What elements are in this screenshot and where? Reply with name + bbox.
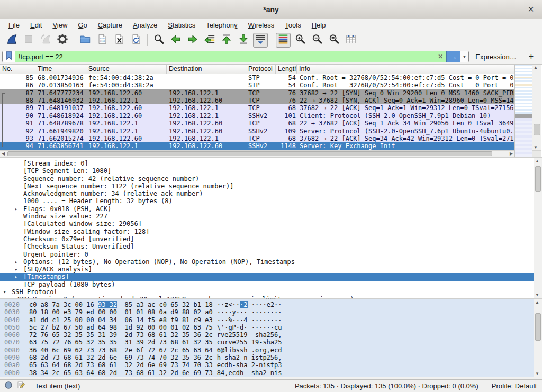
detail-line[interactable]: [Checksum Status: Unverified] bbox=[0, 243, 534, 250]
titlebar[interactable]: *any × bbox=[0, 0, 542, 19]
packet-row-94[interactable]: 9471.663856741192.168.122.1192.168.122.6… bbox=[0, 142, 514, 150]
packet-row-89[interactable]: 8971.648191037192.168.122.60192.168.122.… bbox=[0, 104, 514, 112]
column-header-source[interactable]: Source bbox=[86, 65, 167, 74]
column-header-time[interactable]: Time bbox=[35, 65, 86, 74]
menu-file[interactable]: File bbox=[3, 20, 25, 30]
filter-bookmark-button[interactable] bbox=[3, 51, 15, 62]
detail-line[interactable]: ▸Flags: 0x018 (PSH, ACK) bbox=[0, 205, 534, 213]
go-first-button[interactable] bbox=[219, 33, 234, 48]
bytes-vscroll-track[interactable] bbox=[534, 305, 542, 371]
menu-edit[interactable]: Edit bbox=[25, 20, 47, 30]
scroll-down-icon[interactable]: ▼ bbox=[534, 292, 540, 298]
add-filter-button[interactable]: + bbox=[522, 52, 539, 61]
details-vscroll-track[interactable] bbox=[534, 164, 542, 292]
pane-splitter-top[interactable] bbox=[0, 157, 542, 158]
packet-minimap-scrollbar[interactable] bbox=[514, 65, 532, 157]
hex-bytes[interactable]: 63 75 72 76 65 32 35 35 31 39 2d 73 68 6… bbox=[29, 339, 213, 346]
hex-row-0050[interactable]: 00505c 27 b2 67 50 ad 64 98 1d 92 00 00 … bbox=[0, 324, 534, 331]
resize-columns-button[interactable] bbox=[344, 33, 358, 48]
scroll-left-icon[interactable]: ◀ bbox=[0, 151, 6, 157]
hex-bytes[interactable]: 5c 27 b2 67 50 ad 64 98 1d 92 00 00 01 0… bbox=[29, 324, 213, 331]
column-header-info[interactable]: Info bbox=[297, 65, 514, 74]
detail-line[interactable]: ▸[Timestamps] bbox=[0, 273, 534, 280]
scroll-down-icon[interactable]: ▼ bbox=[532, 144, 539, 150]
collapsed-arrow-icon[interactable]: ▸ bbox=[15, 205, 23, 213]
packet-row-93[interactable]: 9371.662015274192.168.122.60192.168.122.… bbox=[0, 135, 514, 142]
column-header-protocol[interactable]: Protocol bbox=[246, 65, 276, 74]
scroll-up-icon[interactable]: ▲ bbox=[532, 65, 539, 70]
detail-line[interactable]: [Calculated window size: 29056] bbox=[0, 220, 534, 227]
zoom-out-button[interactable] bbox=[310, 33, 324, 48]
hex-row-00a0[interactable]: 00a065 63 64 68 2d 73 68 61 32 2d 6e 69 … bbox=[0, 361, 534, 369]
packet-row-90[interactable]: 9071.648618924192.168.122.60192.168.122.… bbox=[0, 112, 514, 120]
hex-row-0030[interactable]: 003080 18 00 e3 79 ed 00 00 01 01 08 0a … bbox=[0, 308, 534, 316]
filter-history-dropdown[interactable]: ▼ bbox=[460, 51, 468, 62]
column-header-length[interactable]: Length bbox=[276, 65, 297, 74]
menu-analyze[interactable]: Analyze bbox=[128, 20, 162, 30]
expert-info-button[interactable] bbox=[4, 381, 13, 391]
hex-row-0080[interactable]: 008036 40 6c 69 62 73 73 68 2e 6f 72 67 … bbox=[0, 347, 534, 354]
hex-bytes[interactable]: a1 dd c1 25 00 00 04 34 06 14 f5 e8 f9 8… bbox=[29, 316, 213, 324]
hex-bytes[interactable]: 65 63 64 68 2d 73 68 61 32 2d 6e 69 73 7… bbox=[29, 361, 213, 369]
reload-file-button[interactable] bbox=[129, 33, 143, 48]
detail-line[interactable]: [TCP Segment Len: 1080] bbox=[0, 167, 534, 175]
packet-row-91[interactable]: 9171.648789678192.168.122.1192.168.122.6… bbox=[0, 120, 514, 127]
packet-row-87[interactable]: 8771.647777234192.168.122.60192.168.122.… bbox=[0, 89, 514, 97]
filter-input[interactable]: !tcp.port == 22 bbox=[15, 51, 435, 62]
hex-row-0060[interactable]: 006072 76 65 32 35 35 31 39 2d 73 68 61 … bbox=[0, 331, 534, 339]
go-last-button[interactable] bbox=[236, 33, 251, 48]
bytes-vscrollbar[interactable]: ▲ ▼ bbox=[534, 299, 542, 377]
menu-view[interactable]: View bbox=[47, 20, 73, 30]
detail-line[interactable]: [Next sequence number: 1122 (relative se… bbox=[0, 183, 534, 190]
profile-status[interactable]: Profile: Default bbox=[485, 382, 542, 390]
hex-row-0070[interactable]: 007063 75 72 76 65 32 35 35 31 39 2d 73 … bbox=[0, 339, 534, 346]
column-header-no[interactable]: No. bbox=[0, 65, 35, 74]
detail-line[interactable]: 1000 .... = Header Length: 32 bytes (8) bbox=[0, 197, 534, 205]
scroll-right-icon[interactable]: ▶ bbox=[508, 151, 514, 157]
menu-go[interactable]: Go bbox=[73, 20, 92, 30]
display-filter-field[interactable]: !tcp.port == 22 ✕ → ▼ bbox=[2, 51, 469, 62]
filter-clear-button[interactable]: ✕ bbox=[435, 51, 446, 62]
detail-line[interactable]: ▾SSH Protocol bbox=[0, 288, 534, 296]
menu-capture[interactable]: Capture bbox=[93, 20, 128, 30]
detail-line[interactable]: TCP payload (1080 bytes) bbox=[0, 281, 534, 288]
close-window-button[interactable]: × bbox=[525, 3, 537, 15]
menu-telephony[interactable]: Telephony bbox=[201, 20, 242, 30]
scroll-up-icon[interactable]: ▲ bbox=[534, 299, 540, 305]
vscroll-track[interactable] bbox=[532, 70, 541, 144]
menu-help[interactable]: Help bbox=[306, 20, 331, 30]
hex-row-00b0[interactable]: 00b038 34 2c 65 63 64 68 2d 73 68 61 32 … bbox=[0, 369, 534, 377]
zoom-original-button[interactable] bbox=[327, 33, 341, 48]
detail-line[interactable]: [Stream index: 0] bbox=[0, 160, 534, 167]
hex-row-0020[interactable]: 0020c0 a8 7a 3c 00 16 93 32 85 a3 ac c0 … bbox=[0, 301, 534, 308]
colorize-button[interactable] bbox=[276, 33, 291, 48]
hscroll-track[interactable] bbox=[6, 151, 508, 157]
hex-bytes[interactable]: 36 40 6c 69 62 73 73 68 2e 6f 72 67 2c 6… bbox=[29, 347, 213, 354]
packet-row-86[interactable]: 8670.013850163fe:54:00:d4:38:2aSTP54Conf… bbox=[0, 81, 514, 89]
detail-line[interactable]: Acknowledgment number: 34 (relative ack … bbox=[0, 190, 534, 197]
zoom-in-button[interactable] bbox=[293, 33, 308, 48]
capture-comment-icon[interactable] bbox=[17, 381, 25, 391]
detail-line[interactable]: Window size value: 227 bbox=[0, 213, 534, 220]
packet-row-92[interactable]: 9271.661949820192.168.122.1192.168.122.6… bbox=[0, 127, 514, 135]
hex-bytes[interactable]: c0 a8 7a 3c 00 16 93 32 85 a3 ac c0 65 3… bbox=[29, 301, 213, 308]
stop-capture-button[interactable] bbox=[21, 33, 36, 48]
hscroll-thumb[interactable] bbox=[7, 151, 492, 156]
close-file-button[interactable] bbox=[112, 33, 127, 48]
expanded-arrow-icon[interactable]: ▾ bbox=[3, 288, 12, 296]
packet-list-hscrollbar[interactable]: ◀ ▶ bbox=[0, 150, 514, 157]
menu-tools[interactable]: Tools bbox=[279, 20, 306, 30]
scroll-down-icon[interactable]: ▼ bbox=[534, 371, 540, 377]
hex-row-0090[interactable]: 009068 2d 73 68 61 32 2d 6e 69 73 74 70 … bbox=[0, 354, 534, 361]
details-vscrollbar[interactable]: ▲ ▼ bbox=[534, 158, 542, 298]
packet-row-88[interactable]: 8871.648146932192.168.122.1192.168.122.6… bbox=[0, 97, 514, 104]
collapsed-arrow-icon[interactable]: ▸ bbox=[15, 258, 23, 266]
save-file-button[interactable]: 01010110 bbox=[95, 33, 110, 48]
details-vscroll-thumb[interactable] bbox=[535, 166, 541, 192]
detail-line[interactable]: Checksum: 0x79ed [unverified] bbox=[0, 235, 534, 243]
filter-apply-button[interactable]: → bbox=[446, 51, 460, 62]
column-header-destination[interactable]: Destination bbox=[167, 65, 246, 74]
hex-row-0040[interactable]: 0040a1 dd c1 25 00 00 04 34 06 14 f5 e8 … bbox=[0, 316, 534, 324]
collapsed-arrow-icon[interactable]: ▸ bbox=[15, 273, 23, 280]
start-capture-button[interactable] bbox=[4, 33, 19, 48]
